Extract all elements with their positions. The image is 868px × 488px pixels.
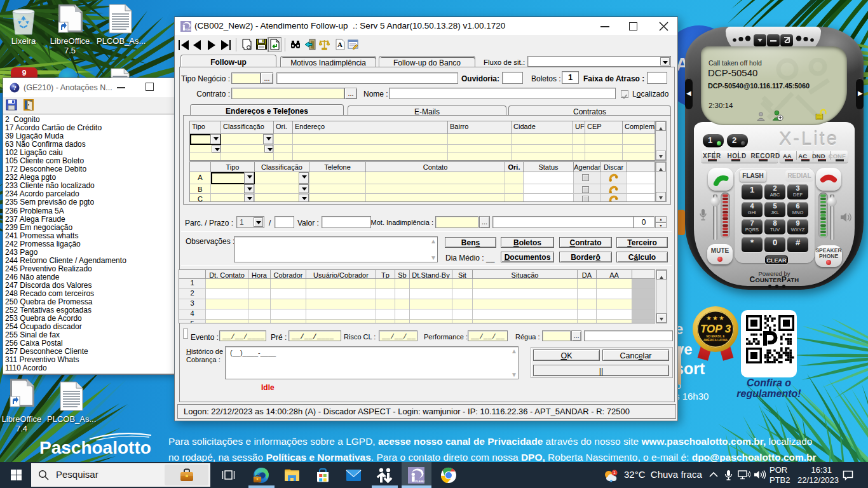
svg-text:PLANUS: PLANUS bbox=[186, 29, 191, 31]
svg-text:?: ? bbox=[13, 84, 17, 92]
svg-text:PLANUS: PLANUS bbox=[416, 480, 425, 483]
svg-text:1: 1 bbox=[613, 470, 616, 475]
svg-text:A: A bbox=[337, 41, 342, 48]
